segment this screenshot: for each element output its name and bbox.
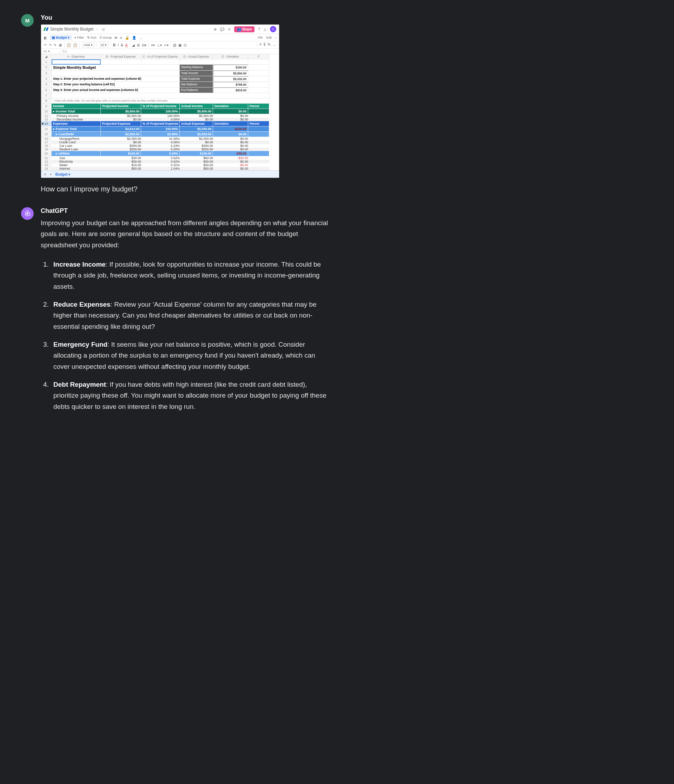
- share-button[interactable]: 👥 Share: [234, 26, 255, 32]
- doc-name[interactable]: Simple Monthly Budget: [50, 27, 93, 32]
- row-10[interactable]: 10: [41, 109, 51, 114]
- sheet-menubar: ◧ ▦ Budget ▾ ▾ Filter ⇅ Sort ☰ Group ⇄ ≡…: [41, 34, 279, 42]
- tip-title: Emergency Fund: [53, 341, 107, 348]
- row-7[interactable]: 7: [41, 93, 51, 98]
- summary-val-2: $5,032.00: [213, 76, 248, 82]
- more-menus-icon[interactable]: ›: [275, 36, 276, 39]
- tip-title: Debt Repayment: [53, 381, 106, 388]
- font-select[interactable]: Arial ▾: [82, 42, 95, 47]
- income-hdr-d: Actual Income: [180, 104, 213, 109]
- row-4[interactable]: 4: [41, 76, 51, 82]
- row-2[interactable]: 2: [41, 65, 51, 71]
- list-icon[interactable]: ≡: [120, 36, 122, 40]
- row-14[interactable]: 14: [41, 126, 51, 132]
- row-8[interactable]: 8: [41, 98, 51, 104]
- row-13[interactable]: 13: [41, 121, 51, 126]
- hash-icon[interactable]: #: [259, 42, 261, 47]
- spreadsheet-grid[interactable]: ◢ A - Expenses B - Projected Expense C -…: [41, 54, 279, 170]
- cell-ref[interactable]: A1 ▾: [41, 49, 61, 54]
- fx-label[interactable]: f(x): [61, 49, 69, 54]
- col-d[interactable]: D - Actual Expense: [180, 54, 213, 59]
- filter-menu[interactable]: ▾ Filter: [75, 36, 84, 39]
- sheet-tabs: ≡ + Budget ▾: [41, 170, 279, 178]
- text-color-icon[interactable]: A: [125, 43, 128, 47]
- tip-item: Debt Repayment: If you have debts with h…: [51, 379, 329, 412]
- util-a: ▸ Utilities: [51, 151, 101, 156]
- print-icon[interactable]: 🖶: [59, 43, 62, 47]
- more-tool-icon[interactable]: ⇄: [115, 36, 117, 40]
- group-menu[interactable]: ☰ Group: [99, 36, 112, 39]
- cell-a1[interactable]: [51, 59, 101, 65]
- comment-icon[interactable]: 💬: [220, 27, 224, 31]
- bold-icon[interactable]: B: [113, 43, 115, 47]
- bell-icon[interactable]: △: [264, 27, 266, 31]
- view-budget[interactable]: ▦ Budget ▾: [50, 35, 71, 40]
- row-9[interactable]: 9: [41, 104, 51, 109]
- summary-label-3: Net Balance: [180, 82, 213, 87]
- summary-val-0: $150.00: [213, 65, 248, 71]
- inc-tot-c: 100.00%: [141, 109, 180, 114]
- util-e: -$35.00: [213, 151, 248, 156]
- tip-item: Reduce Expenses: Review your 'Actual Exp…: [51, 299, 329, 332]
- redo-icon[interactable]: ↷: [49, 43, 51, 47]
- merge-icon[interactable]: ⊟▾: [142, 43, 146, 47]
- col-e[interactable]: E - Deviation: [213, 54, 248, 59]
- wrap-icon[interactable]: ↵▾: [164, 43, 169, 47]
- clip-icon[interactable]: 📋: [67, 43, 71, 47]
- spreadsheet-image[interactable]: Simple Monthly Budget ☆ ▦ ⊜ 💬 ↺ 👥 Share …: [41, 24, 280, 178]
- person-icon[interactable]: 👤: [132, 36, 136, 40]
- dollar-icon[interactable]: $: [264, 42, 266, 47]
- row-5[interactable]: 5: [41, 82, 51, 87]
- loan-b: $2,550.00: [101, 132, 141, 137]
- sort-menu[interactable]: ⇅ Sort: [87, 36, 96, 39]
- col-f[interactable]: F: [248, 54, 269, 59]
- chart-icon[interactable]: ▥: [173, 43, 176, 47]
- world-icon[interactable]: ⊜: [214, 27, 217, 31]
- exp-tot-c: 100.00%: [141, 126, 180, 132]
- col-corner[interactable]: ◢: [41, 54, 51, 59]
- undo-icon[interactable]: ↶: [44, 43, 47, 47]
- inc-tot-e: $0.00: [213, 109, 248, 114]
- panel-icon[interactable]: ◧: [44, 36, 47, 40]
- summary-val-1: $5,800.00: [213, 71, 248, 76]
- paint-icon[interactable]: ✎: [54, 43, 56, 47]
- row-20[interactable]: 20: [41, 151, 51, 156]
- tabs-menu-icon[interactable]: ≡: [44, 172, 46, 176]
- summary-label-4: End Balance: [180, 87, 213, 93]
- image-icon[interactable]: ▣: [178, 43, 182, 47]
- add-tab-icon[interactable]: +: [50, 172, 51, 176]
- col-b[interactable]: B - Projected Expense: [101, 54, 141, 59]
- lock-icon[interactable]: 🔒: [125, 36, 129, 40]
- history-icon[interactable]: ↺: [228, 27, 231, 31]
- edit-menu[interactable]: Edit: [266, 36, 272, 39]
- strike-icon[interactable]: S: [121, 43, 123, 47]
- halign-icon[interactable]: ≡▾: [151, 43, 155, 47]
- tab-budget[interactable]: Budget ▾: [56, 173, 70, 176]
- size-select[interactable]: 10 ▾: [99, 42, 109, 47]
- help-icon[interactable]: ?: [258, 27, 260, 31]
- step-2: Step 2: Enter your starting balance (cel…: [51, 82, 180, 87]
- tip-title: Increase Income: [53, 261, 106, 268]
- col-a[interactable]: A - Expenses: [51, 54, 101, 59]
- percent-icon[interactable]: %: [267, 42, 271, 47]
- italic-icon[interactable]: I: [118, 43, 119, 47]
- response-intro: Improving your budget can be approached …: [41, 218, 329, 250]
- clip2-icon[interactable]: 📋: [73, 43, 77, 47]
- profile-avatar[interactable]: A: [270, 26, 276, 32]
- row-1[interactable]: 1: [41, 59, 51, 65]
- star-icon[interactable]: ☆ ▦: [95, 27, 106, 32]
- loan-a: ▸ Loan/Debt: [51, 132, 101, 137]
- row-3[interactable]: 3: [41, 71, 51, 76]
- row-15[interactable]: 15: [41, 132, 51, 137]
- row-6[interactable]: 6: [41, 87, 51, 93]
- border-icon[interactable]: ⊞: [137, 43, 140, 47]
- col-c[interactable]: C - % of Projected Expens: [141, 54, 180, 59]
- more-toolbar-icon[interactable]: …: [273, 42, 276, 47]
- summary-val-3: $768.00: [213, 82, 248, 87]
- inc-tot-d: $5,800.00: [180, 109, 213, 114]
- valign-icon[interactable]: ⊥▾: [157, 43, 162, 47]
- file-menu[interactable]: File: [258, 36, 263, 39]
- link-icon[interactable]: ⊡: [183, 43, 186, 47]
- fill-icon[interactable]: ◢: [132, 43, 135, 47]
- more-icon[interactable]: …: [139, 36, 143, 40]
